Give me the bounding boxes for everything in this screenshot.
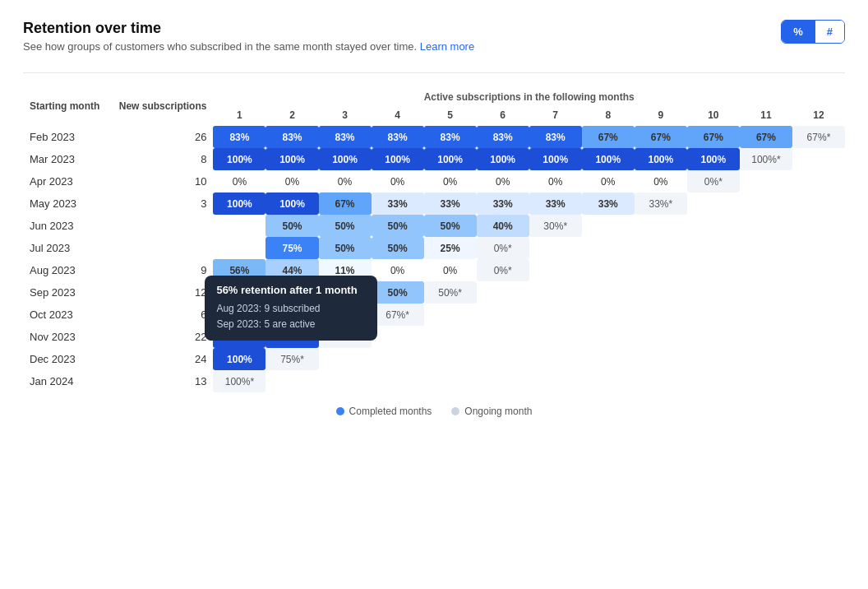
ongoing-cell[interactable]: 0%* [687, 170, 740, 192]
empty-cell [687, 192, 740, 215]
retention-cell[interactable]: 83% [319, 126, 372, 148]
retention-cell[interactable]: 0% [529, 170, 582, 192]
retention-cell[interactable]: 67% [740, 126, 792, 148]
retention-cell[interactable]: 11% [319, 259, 372, 281]
empty-cell [792, 281, 845, 304]
percent-toggle-button[interactable]: % [782, 21, 815, 43]
empty-cell [635, 215, 687, 237]
retention-cell[interactable]: 50% [424, 215, 477, 237]
learn-more-link[interactable]: Learn more [420, 40, 474, 53]
ongoing-cell[interactable]: 100%* [740, 148, 792, 170]
retention-cell[interactable]: 67% [319, 192, 372, 215]
empty-cell [792, 192, 845, 215]
retention-cell[interactable]: 100% [213, 192, 265, 215]
retention-cell[interactable]: 100% [582, 148, 635, 170]
retention-cell[interactable]: 67% [635, 126, 687, 148]
retention-cell[interactable]: 0% [477, 170, 529, 192]
ongoing-cell[interactable]: 30%* [529, 215, 582, 237]
starting-month-cell: Jun 2023 [23, 215, 109, 237]
retention-cell[interactable]: 67% [319, 304, 372, 326]
empty-cell [740, 326, 792, 348]
retention-cell[interactable]: 100% [213, 281, 265, 304]
starting-month-cell: Aug 2023 [23, 259, 109, 281]
month-col-12: 12 [792, 104, 845, 126]
retention-cell[interactable]: 50% [319, 281, 372, 304]
retention-cell[interactable]: 100% [372, 148, 424, 170]
retention-cell[interactable]: 100% [477, 148, 529, 170]
retention-cell[interactable]: 100% [213, 148, 265, 170]
starting-month-cell: Mar 2023 [23, 148, 109, 170]
retention-cell[interactable]: 100% [424, 148, 477, 170]
retention-cell[interactable]: 50% [319, 237, 372, 259]
retention-cell[interactable]: 44% [265, 259, 318, 281]
retention-cell[interactable]: 50% [372, 215, 424, 237]
retention-cell[interactable]: 100% [213, 304, 265, 326]
retention-cell[interactable]: 0% [265, 170, 318, 192]
ongoing-cell[interactable]: 75%* [265, 348, 318, 370]
empty-cell [635, 370, 687, 392]
retention-cell[interactable]: 100% [319, 148, 372, 170]
retention-cell[interactable]: 50% [319, 215, 372, 237]
retention-cell[interactable]: 100% [213, 348, 265, 370]
retention-cell[interactable]: 50% [372, 281, 424, 304]
ongoing-cell[interactable]: 100%* [213, 370, 265, 392]
completed-dot [336, 407, 344, 415]
number-toggle-button[interactable]: # [815, 21, 844, 43]
retention-cell[interactable]: 67% [582, 126, 635, 148]
ongoing-cell[interactable]: 50%* [319, 326, 372, 348]
retention-cell[interactable]: 0% [372, 259, 424, 281]
col-new-header: New subscriptions [109, 86, 214, 126]
ongoing-cell[interactable]: 0%* [477, 237, 529, 259]
retention-cell[interactable]: 100% [635, 148, 687, 170]
retention-cell[interactable]: 0% [213, 170, 265, 192]
retention-cell[interactable]: 0% [424, 170, 477, 192]
retention-cell[interactable]: 100% [687, 148, 740, 170]
retention-cell[interactable]: 83% [265, 304, 318, 326]
retention-cell[interactable]: 100% [529, 148, 582, 170]
ongoing-cell[interactable]: 67%* [372, 304, 424, 326]
retention-cell[interactable]: 0% [319, 170, 372, 192]
retention-cell[interactable]: 50% [265, 215, 318, 237]
ongoing-cell[interactable]: 50%* [424, 281, 477, 304]
retention-cell[interactable]: 83% [372, 126, 424, 148]
starting-month-cell: Jul 2023 [23, 237, 109, 259]
empty-cell [792, 370, 845, 392]
ongoing-cell[interactable]: 0%* [477, 259, 529, 281]
month-col-1: 1 [213, 104, 265, 126]
retention-cell[interactable]: 0% [635, 170, 687, 192]
retention-cell[interactable]: 75% [265, 237, 318, 259]
retention-cell[interactable]: 83% [265, 126, 318, 148]
retention-cell[interactable]: 33% [424, 192, 477, 215]
retention-cell[interactable]: 33% [582, 192, 635, 215]
retention-cell[interactable]: 0% [424, 259, 477, 281]
empty-cell [687, 237, 740, 259]
retention-cell[interactable]: 100% [265, 192, 318, 215]
retention-cell[interactable]: 33% [529, 192, 582, 215]
empty-cell [792, 215, 845, 237]
retention-cell[interactable]: 50% [265, 281, 318, 304]
retention-cell[interactable]: 0% [582, 170, 635, 192]
retention-cell[interactable]: 56% [213, 259, 265, 281]
retention-cell[interactable]: 83% [424, 126, 477, 148]
retention-cell[interactable]: 0% [372, 170, 424, 192]
retention-cell[interactable]: 83% [477, 126, 529, 148]
retention-cell[interactable]: 83% [213, 126, 265, 148]
ongoing-cell[interactable]: 67%* [792, 126, 845, 148]
retention-cell[interactable]: 33% [372, 192, 424, 215]
new-subscriptions-cell: 24 [109, 348, 214, 370]
month-col-3: 3 [319, 104, 372, 126]
ongoing-cell[interactable]: 33%* [635, 192, 687, 215]
retention-cell[interactable]: 25% [424, 237, 477, 259]
retention-cell[interactable]: 100% [213, 326, 265, 348]
empty-cell [529, 281, 582, 304]
table-row: Jul 202375%50%50%25%0%* [23, 237, 845, 259]
retention-cell[interactable]: 50% [372, 237, 424, 259]
empty-cell [372, 348, 424, 370]
retention-cell[interactable]: 33% [477, 192, 529, 215]
retention-cell[interactable]: 83% [529, 126, 582, 148]
retention-cell[interactable]: 100% [265, 148, 318, 170]
retention-cell[interactable]: 100% [265, 326, 318, 348]
retention-cell[interactable]: 40% [477, 215, 529, 237]
empty-cell [477, 326, 529, 348]
retention-cell[interactable]: 67% [687, 126, 740, 148]
